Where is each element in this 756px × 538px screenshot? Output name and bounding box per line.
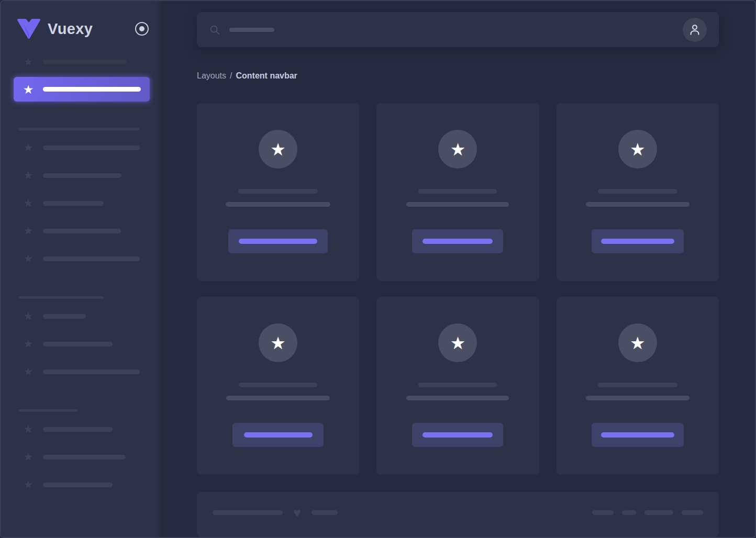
star-icon: ★: [22, 478, 35, 491]
sidebar-item-label-placeholder: [43, 342, 113, 346]
card-subtitle-placeholder: [226, 202, 330, 207]
sidebar-item-label-placeholder: [43, 256, 140, 261]
card-avatar: ★: [618, 130, 657, 169]
card-button[interactable]: [592, 423, 684, 447]
card-avatar: ★: [259, 323, 297, 362]
sidebar-item-label-placeholder: [43, 483, 113, 487]
card-grid: ★ ★ ★ ★ ★: [197, 103, 719, 475]
menu-pin-toggle-icon[interactable]: [135, 22, 149, 36]
card-subtitle-placeholder: [586, 396, 690, 400]
card-subtitle-placeholder: [226, 396, 330, 400]
sidebar-item-label-placeholder: [43, 145, 140, 150]
sidebar-item[interactable]: ★: [1, 451, 162, 463]
star-icon: ★: [22, 225, 35, 237]
card-title-placeholder: [418, 383, 497, 387]
sidebar-item[interactable]: ★: [1, 169, 162, 182]
sidebar: Vuexy ★ ★ ★ ★ ★ ★ ★ ★ ★ ★ ★ ★: [1, 1, 162, 537]
search-input[interactable]: [209, 24, 683, 36]
footer-text-placeholder: [213, 510, 283, 515]
card-title-placeholder: [598, 383, 677, 387]
sidebar-item[interactable]: ★: [1, 338, 162, 350]
card-subtitle-placeholder: [586, 202, 690, 207]
star-icon: ★: [270, 141, 286, 158]
sidebar-item[interactable]: ★: [1, 55, 162, 68]
search-placeholder: [229, 28, 274, 32]
sidebar-item[interactable]: ★: [1, 197, 162, 209]
app-window: { "brand": { "name": "Vuexy" }, "icons":…: [0, 0, 756, 538]
star-icon: ★: [450, 334, 466, 352]
sidebar-item-label-placeholder: [43, 173, 121, 178]
vuexy-logo-icon: [17, 18, 41, 39]
main-content: Layouts / Content navbar ★ ★ ★ ★: [162, 1, 755, 537]
star-icon: ★: [22, 141, 35, 154]
card-avatar: ★: [438, 323, 477, 362]
sidebar-item-label-placeholder: [43, 314, 86, 319]
card-button-label-placeholder: [423, 432, 493, 438]
card-button[interactable]: [592, 229, 684, 253]
sidebar-section-divider: [18, 409, 77, 412]
demo-card: ★: [557, 103, 719, 281]
top-navbar: [197, 12, 719, 47]
card-subtitle-placeholder: [406, 202, 509, 207]
person-icon: [688, 23, 702, 37]
star-icon: ★: [22, 423, 35, 435]
breadcrumb-current: Content navbar: [236, 71, 297, 81]
footer-text-placeholder: [622, 510, 636, 515]
star-icon: ★: [22, 197, 35, 209]
card-title-placeholder: [238, 189, 318, 194]
sidebar-item-label-placeholder: [43, 201, 104, 206]
footer-right: [592, 510, 703, 515]
breadcrumb-link-layouts[interactable]: Layouts: [197, 71, 226, 81]
sidebar-item[interactable]: ★: [1, 365, 162, 378]
footer-text-placeholder: [682, 510, 703, 515]
card-button-label-placeholder: [601, 239, 674, 244]
search-icon: [209, 24, 220, 36]
sidebar-item[interactable]: ★: [1, 141, 162, 154]
demo-card: ★: [376, 103, 539, 281]
card-title-placeholder: [598, 189, 677, 194]
star-icon: ★: [22, 338, 35, 350]
card-button[interactable]: [412, 423, 503, 447]
demo-card: ★: [197, 103, 359, 281]
sidebar-item-active[interactable]: ★: [14, 77, 150, 102]
sidebar-section-divider: [18, 296, 104, 299]
brand[interactable]: Vuexy: [1, 1, 162, 39]
star-icon: ★: [22, 83, 35, 96]
user-avatar[interactable]: [683, 18, 707, 42]
sidebar-item-label-placeholder: [43, 60, 127, 64]
sidebar-item-label-placeholder: [43, 427, 113, 432]
star-icon: ★: [630, 334, 646, 352]
footer-text-placeholder: [312, 510, 338, 515]
card-button-label-placeholder: [239, 239, 317, 244]
breadcrumb-separator: /: [230, 71, 232, 81]
sidebar-item[interactable]: ★: [1, 310, 162, 322]
card-button[interactable]: [412, 229, 503, 253]
card-button-label-placeholder: [244, 432, 313, 438]
sidebar-section-divider: [18, 128, 140, 130]
demo-card: ★: [557, 297, 719, 475]
breadcrumb: Layouts / Content navbar: [197, 71, 719, 81]
sidebar-item[interactable]: ★: [1, 423, 162, 435]
card-subtitle-placeholder: [406, 396, 509, 400]
sidebar-item-label-placeholder: [43, 229, 121, 233]
star-icon: ★: [22, 252, 35, 265]
star-icon: ★: [22, 55, 35, 68]
sidebar-item[interactable]: ★: [1, 225, 162, 237]
card-button[interactable]: [228, 229, 328, 253]
star-icon: ★: [22, 451, 35, 463]
sidebar-item[interactable]: ★: [1, 478, 162, 491]
sidebar-item[interactable]: ★: [1, 252, 162, 265]
star-icon: ★: [22, 365, 35, 378]
footer-left: ♥: [213, 506, 338, 519]
star-icon: ★: [450, 141, 466, 158]
brand-name: Vuexy: [48, 20, 93, 38]
card-avatar: ★: [438, 130, 477, 169]
footer-text-placeholder: [644, 510, 673, 515]
card-title-placeholder: [418, 189, 497, 194]
star-icon: ★: [630, 141, 646, 158]
footer: ♥: [197, 492, 719, 537]
card-avatar: ★: [259, 130, 297, 169]
card-button-label-placeholder: [601, 432, 674, 438]
card-button[interactable]: [232, 423, 324, 447]
demo-card: ★: [197, 297, 359, 475]
